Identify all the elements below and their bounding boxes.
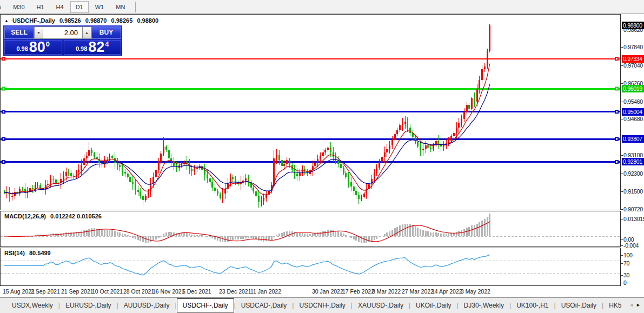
ohlc-close: 0.98800: [137, 17, 158, 24]
timeframe-toolbar: 5M30H1H4D1W1MN: [0, 0, 644, 14]
chart-tabs-bar: USDX,Weekly|EURUSD-,Daily|AUDUSD-,Daily|…: [0, 297, 644, 313]
price-tick-label: 0.95460: [623, 98, 643, 105]
timeframe-button-h1[interactable]: H1: [31, 1, 50, 13]
tab-usdcnh-daily[interactable]: USDCNH-,Daily: [294, 299, 350, 312]
buy-price-pips: 82: [88, 41, 104, 54]
date-label: 30 Jan 2022: [312, 288, 343, 295]
buy-price-prefix: 0.98: [76, 45, 87, 52]
macd-label: MACD(12,26,9): [4, 213, 46, 219]
price-tick-label: 0.98620: [623, 26, 643, 33]
collapse-triangle-icon[interactable]: ▲: [4, 18, 9, 23]
ohlc-open: 0.98526: [59, 17, 81, 24]
level-price-badge: 0.92801: [622, 158, 644, 165]
sell-button[interactable]: SELL: [4, 26, 34, 39]
level-price-badge: 0.93807: [622, 135, 644, 143]
timeframe-button-5[interactable]: 5: [0, 1, 6, 13]
tab-scroll-left-icon[interactable]: ◄: [629, 302, 636, 308]
macd-header: MACD(12,26,9) 0.012242 0.010526: [4, 213, 104, 219]
date-label: 28 Oct 2021: [123, 288, 154, 295]
date-label: 5 Dec 2021: [182, 288, 211, 295]
rsi-tick-label: 30: [623, 272, 629, 278]
time-axis[interactable]: 15 Aug 20212 Sep 202121 Sep 202110 Oct 2…: [0, 286, 621, 297]
sell-price-pips: 80: [29, 41, 45, 54]
tab-uk100-h1[interactable]: UK100-,H1: [511, 299, 554, 312]
date-label: 23 Dec 2021: [219, 288, 251, 295]
rsi-tick-label: 100: [623, 252, 633, 258]
rsi-label: RSI(14): [4, 250, 25, 256]
date-label: 3 May 2022: [461, 288, 490, 295]
timeframe-button-w1[interactable]: W1: [90, 1, 110, 13]
date-label: 2 Sep 2021: [31, 288, 60, 295]
one-click-trading-panel: SELL ▼ 2.00 ▲ BUY 0.98 80 0 0.98 82 4: [3, 25, 122, 56]
price-tick-label: 0.90720: [623, 206, 643, 212]
buy-price-display[interactable]: 0.98 82 4: [64, 40, 122, 55]
date-label: 10 Oct 2021: [92, 288, 123, 295]
macd-indicator-panel[interactable]: MACD(12,26,9) 0.012242 0.010526: [0, 211, 621, 247]
rsi-tick-label: 0: [623, 279, 627, 286]
volume-input[interactable]: 2.00: [43, 26, 82, 39]
macd-tick-label: -0.004: [623, 242, 639, 249]
date-label: 14 Apr 2022: [431, 288, 462, 295]
macd-values: 0.012242 0.010526: [50, 213, 102, 219]
buy-price-point: 4: [105, 40, 109, 48]
tab-dj30-weekly[interactable]: DJ30-,Weekly: [459, 299, 509, 312]
level-price-badge: 0.96019: [622, 85, 644, 92]
date-label: 11 Jan 2022: [250, 288, 281, 295]
timeframe-button-mn[interactable]: MN: [110, 1, 130, 13]
sell-price-prefix: 0.98: [16, 45, 28, 52]
price-axis[interactable]: 0.988000.986200.978400.970400.962600.954…: [621, 14, 644, 297]
tab-usdchf-daily[interactable]: USDCHF-,Daily: [177, 298, 234, 312]
tab-scroll-controls: ◄►: [629, 302, 643, 308]
rsi-tick-label: 70: [623, 260, 629, 267]
date-label: 21 Sep 2021: [61, 288, 94, 295]
tab-ukoil-daily[interactable]: UKOil-,Daily: [410, 299, 456, 312]
tab-usoil-daily[interactable]: USOil-,Daily: [556, 299, 602, 312]
price-tick-label: 0.93100: [623, 152, 643, 158]
ohlc-high: 0.98870: [85, 17, 107, 24]
trading-terminal-window: 5M30H1H4D1W1MN ▲ USDCHF-,Daily 0.98526 0…: [0, 0, 644, 313]
rsi-indicator-panel[interactable]: RSI(14) 80.5499: [0, 248, 621, 286]
sell-price-display[interactable]: 0.98 80 0: [4, 40, 62, 55]
price-tick-label: 0.91500: [623, 188, 643, 195]
price-tick-label: 0.94680: [623, 116, 643, 122]
timeframe-button-h4[interactable]: H4: [51, 1, 69, 13]
timeframe-button-d1[interactable]: D1: [70, 1, 89, 13]
level-price-badge: 0.95004: [622, 108, 644, 116]
tab-scroll-right-icon[interactable]: ►: [636, 302, 643, 308]
rsi-line-chart[interactable]: [1, 248, 620, 285]
tab-eurusd-daily[interactable]: EURUSD-,Daily: [60, 299, 117, 312]
rsi-value: 80.5499: [29, 250, 51, 256]
tab-usdx-weekly[interactable]: USDX,Weekly: [6, 299, 58, 312]
date-label: 8 Mar 2022: [372, 288, 401, 295]
price-tick-label: 0.97840: [623, 44, 643, 50]
volume-increase-button[interactable]: ▲: [82, 26, 91, 39]
tab-xauusd-daily[interactable]: XAUUSD-,Daily: [353, 299, 409, 312]
toolbar-separator: [135, 2, 136, 12]
chart-symbol-label: USDCHF-,Daily: [12, 17, 55, 24]
sell-price-point: 0: [46, 40, 50, 48]
timeframe-button-m30[interactable]: M30: [8, 1, 30, 13]
ohlc-low: 0.98265: [111, 17, 133, 24]
tab-audusd-daily[interactable]: AUDUSD-,Daily: [118, 299, 175, 312]
chart-title: ▲ USDCHF-,Daily 0.98526 0.98870 0.98265 …: [4, 17, 161, 24]
tab-hk5[interactable]: HK5: [603, 299, 627, 312]
date-label: 27 Mar 2022: [402, 288, 434, 295]
price-tick-label: 0.97040: [623, 62, 643, 69]
volume-decrease-button[interactable]: ▼: [34, 26, 43, 39]
date-label: 15 Aug 2021: [3, 288, 35, 295]
buy-button[interactable]: BUY: [91, 26, 121, 39]
macd-tick-label: 0.013015: [623, 216, 644, 222]
level-price-badge: 0.97334: [622, 55, 644, 63]
date-label: 16 Nov 2021: [152, 288, 185, 295]
price-chart-panel[interactable]: ▲ USDCHF-,Daily 0.98526 0.98870 0.98265 …: [0, 14, 621, 210]
price-tick-label: 0.92300: [623, 170, 643, 177]
rsi-header: RSI(14) 80.5499: [4, 250, 54, 256]
tab-usdcad-daily[interactable]: USDCAD-,Daily: [236, 299, 293, 312]
date-label: 17 Feb 2022: [342, 288, 374, 295]
